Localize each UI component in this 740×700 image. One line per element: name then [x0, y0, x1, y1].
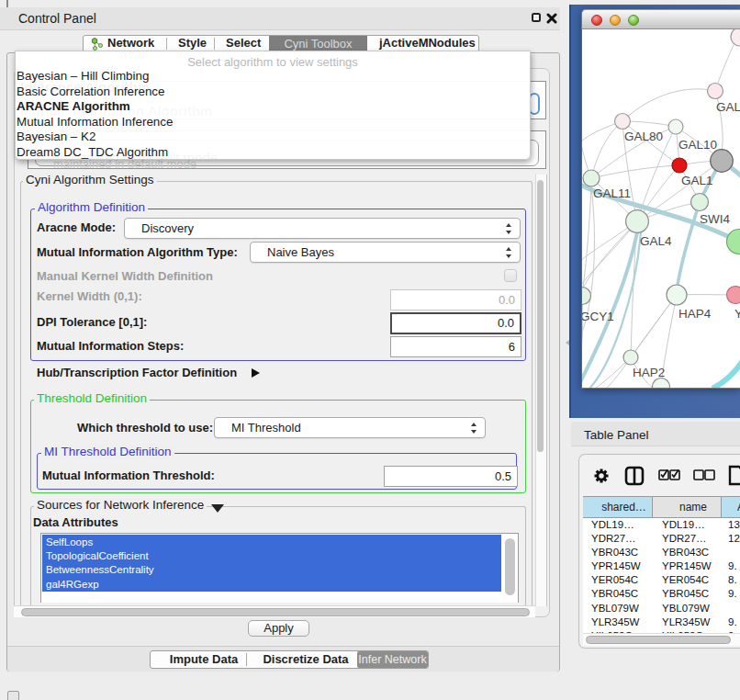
- svg-text:Y: Y: [734, 307, 740, 321]
- svg-text:HAP2: HAP2: [633, 366, 665, 379]
- svg-text:SWI4: SWI4: [700, 212, 730, 226]
- svg-text:GAL1: GAL1: [681, 174, 713, 187]
- svg-text:GAL80: GAL80: [624, 130, 663, 143]
- svg-text:GAL11: GAL11: [593, 186, 631, 200]
- svg-text:GCY1: GCY1: [582, 310, 614, 323]
- svg-text:GAL4: GAL4: [640, 234, 672, 248]
- svg-text:GAL10: GAL10: [678, 138, 717, 152]
- svg-text:GAL7: GAL7: [716, 100, 740, 114]
- svg-text:HAP4: HAP4: [678, 307, 712, 321]
